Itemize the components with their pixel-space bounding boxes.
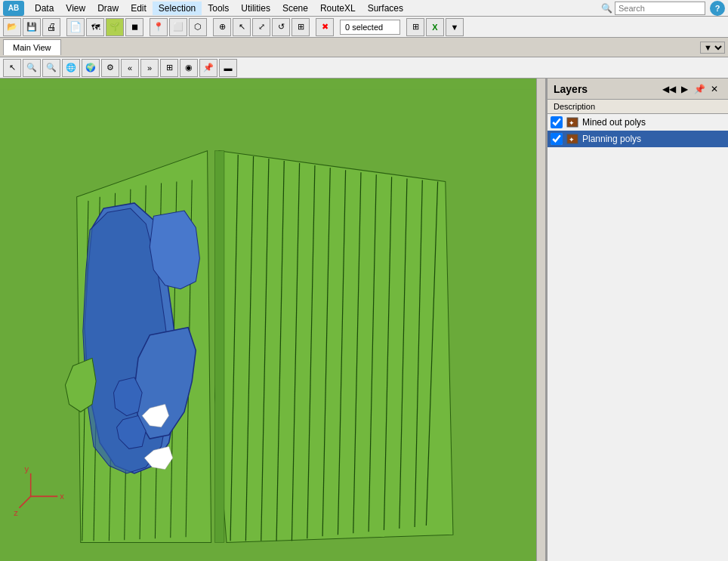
- selection-count-label: 0 selected: [340, 20, 400, 35]
- layers-pin-button[interactable]: 📌: [692, 82, 707, 97]
- globe-tool[interactable]: 🌐: [62, 59, 80, 77]
- layer-planning-checkbox[interactable]: [551, 133, 563, 145]
- menu-draw[interactable]: Draw: [91, 2, 125, 15]
- svg-text:x: x: [60, 492, 64, 501]
- tab-main-view[interactable]: Main View: [3, 39, 61, 55]
- menu-selection[interactable]: Selection: [153, 2, 202, 15]
- layers-column-header: Description: [548, 100, 728, 114]
- map-button[interactable]: 🗺: [86, 18, 104, 36]
- next-tool[interactable]: »: [140, 59, 159, 77]
- layers-panel: Layers ◀◀ ▶ 📌 ✕ Description ✦ Mined out …: [547, 79, 728, 561]
- prev-tool[interactable]: «: [121, 59, 139, 77]
- zoom-out-tool[interactable]: 🔍: [42, 59, 60, 77]
- layer-mined-label: Mined out polys: [582, 117, 646, 128]
- menu-data[interactable]: Data: [29, 2, 60, 15]
- settings-tool[interactable]: ⚙: [101, 59, 119, 77]
- map2-button[interactable]: 🌱: [106, 18, 124, 36]
- svg-text:z: z: [14, 508, 18, 517]
- view-area: Main View ▼ ↖ 🔍 🔍 🌐 🌍 ⚙ « » ⊞ ◉ 📌 ▬: [0, 38, 728, 561]
- clip-tool[interactable]: ▬: [219, 59, 237, 77]
- app-logo: AB: [3, 1, 24, 16]
- table-button[interactable]: ⊞: [406, 18, 424, 36]
- select5-button[interactable]: ⊞: [292, 18, 310, 36]
- select2-button[interactable]: ↖: [233, 18, 251, 36]
- svg-rect-16: [215, 151, 224, 543]
- search-icon: 🔍: [601, 3, 612, 14]
- view-toolbar: ↖ 🔍 🔍 🌐 🌍 ⚙ « » ⊞ ◉ 📌 ▬: [0, 57, 728, 79]
- map-svg: x y z: [0, 79, 545, 561]
- map-area[interactable]: x y z: [0, 79, 547, 561]
- menubar: AB Data View Draw Edit Selection Tools U…: [0, 0, 728, 17]
- layers-close-button[interactable]: ✕: [707, 82, 722, 97]
- svg-text:✦: ✦: [569, 136, 575, 143]
- help-button[interactable]: ?: [710, 1, 725, 16]
- layers-forward-button[interactable]: ▶: [677, 82, 692, 97]
- search-input[interactable]: [615, 2, 705, 15]
- layer-mined-checkbox[interactable]: [551, 116, 563, 128]
- file-button[interactable]: 📄: [66, 18, 85, 36]
- main-layout: x y z Layers ◀◀ ▶ 📌 ✕ Description: [0, 79, 728, 561]
- layers-title: Layers: [554, 83, 662, 95]
- layers-back-button[interactable]: ◀◀: [662, 82, 677, 97]
- polygon-button[interactable]: ⬡: [189, 18, 207, 36]
- svg-marker-1: [215, 151, 453, 543]
- layer-mined-icon: ✦: [566, 116, 579, 128]
- map-vertical-scrollbar[interactable]: [536, 79, 545, 561]
- layer-button[interactable]: ◼: [125, 18, 143, 36]
- svg-text:y: y: [25, 464, 29, 473]
- open-button[interactable]: 📂: [3, 18, 21, 36]
- pointer-tool[interactable]: ↖: [3, 59, 21, 77]
- search-area: 🔍: [601, 2, 705, 15]
- save-button[interactable]: 💾: [23, 18, 41, 36]
- layer-planning-icon: ✦: [566, 133, 579, 145]
- layer-row-planning[interactable]: ✦ Planning polys: [548, 131, 728, 147]
- select3-button[interactable]: ⤢: [252, 18, 270, 36]
- layer-planning-label: Planning polys: [582, 134, 641, 144]
- layer3-tool[interactable]: ◉: [180, 59, 198, 77]
- select1-button[interactable]: ⊕: [213, 18, 231, 36]
- tab-dropdown[interactable]: ▼: [700, 42, 725, 54]
- print-button[interactable]: 🖨: [42, 18, 60, 36]
- excel-button[interactable]: X: [426, 18, 444, 36]
- menu-scene[interactable]: Scene: [276, 2, 314, 15]
- pin2-tool[interactable]: 📌: [199, 59, 217, 77]
- globe2-tool[interactable]: 🌍: [82, 59, 100, 77]
- menu-tools[interactable]: Tools: [202, 2, 235, 15]
- tabbar: Main View ▼: [0, 38, 728, 57]
- svg-text:✦: ✦: [569, 119, 575, 127]
- menu-utilities[interactable]: Utilities: [235, 2, 276, 15]
- layer-row-mined[interactable]: ✦ Mined out polys: [548, 114, 728, 131]
- delete-button[interactable]: ✖: [316, 18, 334, 36]
- more-button[interactable]: ▼: [446, 18, 464, 36]
- menu-view[interactable]: View: [60, 2, 91, 15]
- zoom-in-tool[interactable]: 🔍: [23, 59, 41, 77]
- menu-edit[interactable]: Edit: [125, 2, 153, 15]
- layers-header: Layers ◀◀ ▶ 📌 ✕: [548, 79, 728, 100]
- select-rect-button[interactable]: ⬜: [169, 18, 187, 36]
- menu-surfaces[interactable]: Surfaces: [362, 2, 409, 15]
- main-toolbar: 📂 💾 🖨 📄 🗺 🌱 ◼ 📍 ⬜ ⬡ ⊕ ↖ ⤢ ↺ ⊞ ✖ 0 select…: [0, 17, 728, 38]
- grid-tool[interactable]: ⊞: [160, 59, 178, 77]
- pin-button[interactable]: 📍: [150, 18, 168, 36]
- menu-routexl[interactable]: RouteXL: [314, 2, 362, 15]
- select4-button[interactable]: ↺: [272, 18, 290, 36]
